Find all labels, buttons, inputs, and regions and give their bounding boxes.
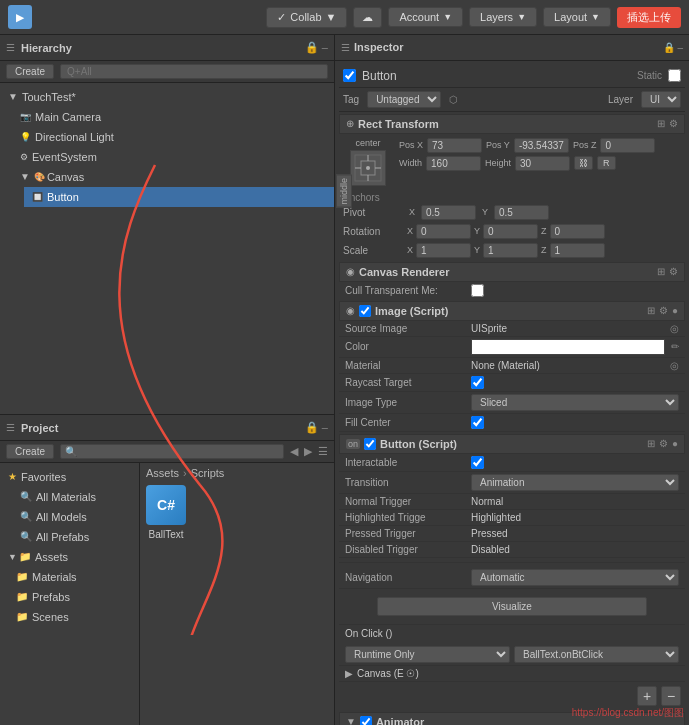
source-image-select-icon[interactable]: ◎ xyxy=(670,323,679,334)
runtime-dropdown[interactable]: Runtime Only xyxy=(345,646,510,663)
tree-all-materials[interactable]: 🔍 All Materials xyxy=(0,487,139,507)
ball-text-dropdown[interactable]: BallText.onBtClick xyxy=(514,646,679,663)
project-lock[interactable]: 🔒 – xyxy=(305,421,328,434)
hierarchy-item-button[interactable]: 🔲 Button xyxy=(24,187,334,207)
visualize-button[interactable]: Visualize xyxy=(377,597,647,616)
button-on-label: on xyxy=(346,439,360,449)
tree-scenes[interactable]: 📁 Scenes xyxy=(0,607,139,627)
material-value: None (Material) xyxy=(471,360,664,371)
hierarchy-item-touchtest[interactable]: ▼ TouchTest* xyxy=(0,87,334,107)
scale-x-input[interactable] xyxy=(416,243,471,258)
section-header-icons: ⊞ ⚙ xyxy=(657,118,678,129)
toolbar-icon-2[interactable]: ▶ xyxy=(304,445,312,458)
image-enabled-checkbox[interactable] xyxy=(359,305,371,317)
tree-favorites[interactable]: ★ Favorites xyxy=(0,467,139,487)
tag-dropdown[interactable]: Untagged xyxy=(367,91,441,108)
layer-dropdown[interactable]: UI xyxy=(641,91,681,108)
toolbar-icon-1[interactable]: ◀ xyxy=(290,445,298,458)
pivot-y-input[interactable] xyxy=(494,205,549,220)
color-swatch[interactable] xyxy=(471,339,665,355)
account-button[interactable]: Account ▼ xyxy=(388,7,463,27)
tree-all-prefabs[interactable]: 🔍 All Prefabs xyxy=(0,527,139,547)
image-type-dropdown[interactable]: Sliced xyxy=(471,394,679,411)
transition-dropdown[interactable]: Animation xyxy=(471,474,679,491)
material-select-icon[interactable]: ◎ xyxy=(670,360,679,371)
posz-input[interactable] xyxy=(600,138,655,153)
fill-center-checkbox[interactable] xyxy=(471,416,484,429)
hierarchy-item-dirlight[interactable]: 💡 Directional Light xyxy=(12,127,334,147)
svg-point-6 xyxy=(366,166,370,170)
image-script-section-header[interactable]: ◉ Image (Script) ⊞ ⚙ ● xyxy=(339,301,685,321)
rot-x-input[interactable] xyxy=(416,224,471,239)
breadcrumb-assets[interactable]: Assets xyxy=(146,467,179,479)
navigation-dropdown[interactable]: Automatic xyxy=(471,569,679,586)
scale-z-input[interactable] xyxy=(550,243,605,258)
r-button[interactable]: R xyxy=(597,156,616,170)
raycast-checkbox[interactable] xyxy=(471,376,484,389)
btn-icon3[interactable]: ● xyxy=(672,438,678,449)
layout-button[interactable]: Layout ▼ xyxy=(543,7,611,27)
anchor-preview-box[interactable] xyxy=(350,150,386,186)
rot-y-input[interactable] xyxy=(483,224,538,239)
fill-center-label: Fill Center xyxy=(345,417,465,428)
asset-item-balltext[interactable]: C# BallText xyxy=(146,485,186,540)
button-enabled-checkbox[interactable] xyxy=(364,438,376,450)
img-icon1[interactable]: ⊞ xyxy=(647,305,655,316)
hierarchy-search-input[interactable] xyxy=(60,64,328,79)
object-active-checkbox[interactable] xyxy=(343,69,356,82)
tree-item-label: All Materials xyxy=(36,489,96,505)
rt-icon1[interactable]: ⊞ xyxy=(657,118,665,129)
sz-label: Z xyxy=(541,245,547,255)
collab-button[interactable]: ✓ Collab ▼ xyxy=(266,7,347,28)
canvas-renderer-section-header[interactable]: ◉ Canvas Renderer ⊞ ⚙ xyxy=(339,262,685,282)
toolbar-icon-3[interactable]: ☰ xyxy=(318,445,328,458)
cloud-button[interactable]: ☁ xyxy=(353,7,382,28)
pivot-x-input[interactable] xyxy=(421,205,476,220)
hierarchy-item-eventsystem[interactable]: ⚙ EventSystem xyxy=(12,147,334,167)
tree-materials[interactable]: 📁 Materials xyxy=(0,567,139,587)
tree-assets[interactable]: ▼ 📁 Assets xyxy=(0,547,139,567)
width-input[interactable] xyxy=(426,156,481,171)
btn-icon1[interactable]: ⊞ xyxy=(647,438,655,449)
static-checkbox[interactable] xyxy=(668,69,681,82)
cr-icon2[interactable]: ⚙ xyxy=(669,266,678,277)
constrain-proportions-icon[interactable]: ⛓ xyxy=(574,156,593,170)
cr-icon1[interactable]: ⊞ xyxy=(657,266,665,277)
inspector-icon: ☰ xyxy=(341,42,350,53)
hierarchy-icon: ☰ xyxy=(6,42,15,53)
transition-row: Transition Animation xyxy=(339,472,685,494)
layers-button[interactable]: Layers ▼ xyxy=(469,7,537,27)
interactable-checkbox[interactable] xyxy=(471,456,484,469)
scale-y-input[interactable] xyxy=(483,243,538,258)
divider xyxy=(339,562,685,563)
btn-icon2[interactable]: ⚙ xyxy=(659,438,668,449)
hierarchy-item-maincamera[interactable]: 📷 Main Camera xyxy=(12,107,334,127)
hierarchy-create-button[interactable]: Create xyxy=(6,64,54,79)
rot-z-input[interactable] xyxy=(550,224,605,239)
hierarchy-lock[interactable]: 🔒 – xyxy=(305,41,328,54)
height-input[interactable] xyxy=(515,156,570,171)
cull-row: Cull Transparent Me: xyxy=(339,282,685,299)
posy-input[interactable] xyxy=(514,138,569,153)
middle-tag: middle xyxy=(336,175,352,208)
project-create-button[interactable]: Create xyxy=(6,444,54,459)
button-script-section-header[interactable]: on Button (Script) ⊞ ⚙ ● xyxy=(339,434,685,454)
posx-input[interactable] xyxy=(427,138,482,153)
breadcrumb-scripts[interactable]: Scripts xyxy=(191,467,225,479)
tree-all-models[interactable]: 🔍 All Models xyxy=(0,507,139,527)
rt-icon2[interactable]: ⚙ xyxy=(669,118,678,129)
hierarchy-item-canvas[interactable]: ▼ 🎨 Canvas xyxy=(12,167,334,187)
inspector-lock[interactable]: 🔒 – xyxy=(663,42,683,53)
tree-prefabs[interactable]: 📁 Prefabs xyxy=(0,587,139,607)
rect-transform-section-header[interactable]: ⊕ Rect Transform ⊞ ⚙ xyxy=(339,114,685,134)
search-icon-sm: 🔍 xyxy=(20,509,32,525)
paint-icon[interactable]: ✏ xyxy=(671,341,679,352)
size-row: Width Height ⛓ R xyxy=(399,156,681,171)
add-component-button[interactable]: + xyxy=(637,686,657,706)
remove-component-button[interactable]: − xyxy=(661,686,681,706)
cull-checkbox[interactable] xyxy=(471,284,484,297)
upload-button[interactable]: 插选上传 xyxy=(617,7,681,28)
img-icon2[interactable]: ⚙ xyxy=(659,305,668,316)
img-icon3[interactable]: ● xyxy=(672,305,678,316)
animator-enabled-checkbox[interactable] xyxy=(360,716,372,725)
